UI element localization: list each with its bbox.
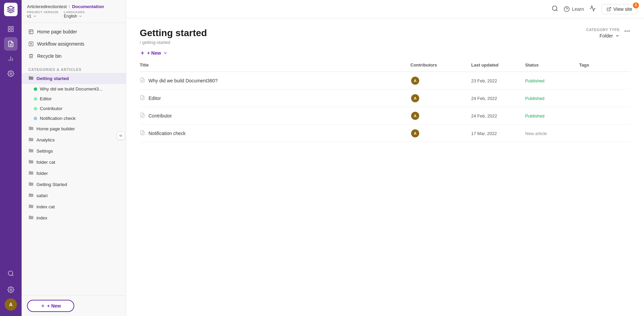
tree-item-index-cat[interactable]: index cat <box>22 201 126 212</box>
page-body: Getting started / getting-started CATEGO… <box>126 18 644 316</box>
settings-gear-icon[interactable] <box>4 283 18 296</box>
tree-item-folder[interactable]: folder <box>22 168 126 179</box>
tree-item-contributor[interactable]: Contributor <box>22 104 126 113</box>
row2-tags <box>576 97 630 100</box>
search-rail-icon[interactable] <box>4 267 18 280</box>
categories-header: CATEGORIES & ARTICLES <box>22 65 126 73</box>
contributor-avatar-2: A <box>410 94 420 103</box>
sidebar-item-recycle-bin[interactable]: Recycle bin <box>22 50 126 62</box>
tree-label-safari: safari <box>36 193 48 198</box>
tree-item-folder-cat[interactable]: folder cat <box>22 157 126 168</box>
sidebar-item-recycle-label: Recycle bin <box>37 53 61 59</box>
articles-icon[interactable] <box>4 37 18 51</box>
article-doc-icon-2 <box>140 95 145 101</box>
doc-name[interactable]: Documentation <box>72 4 104 9</box>
page-more-button[interactable] <box>624 28 630 34</box>
tree-item-home-page-builder-cat[interactable]: Home page builder <box>22 123 126 134</box>
search-button[interactable] <box>552 5 558 13</box>
tree-item-safari[interactable]: safari <box>22 190 126 201</box>
tree-label-home-page-builder: Home page builder <box>36 126 75 131</box>
new-button-bottom[interactable]: + New <box>27 300 74 312</box>
user-avatar[interactable]: A <box>5 298 17 311</box>
tree-label-editor: Editor <box>40 96 52 101</box>
sidebar-collapse-button[interactable] <box>117 132 125 140</box>
row3-title-cell: Contributor <box>140 111 408 120</box>
notification-badge: 5 <box>633 2 639 8</box>
row3-date: 24 Feb, 2022 <box>468 112 522 120</box>
tree-item-index[interactable]: index <box>22 212 126 223</box>
language-selector[interactable]: English <box>64 14 85 19</box>
version-selector[interactable]: v1 <box>27 14 58 19</box>
learn-label: Learn <box>572 6 584 12</box>
row3-title[interactable]: Contributor <box>149 113 172 119</box>
category-type-block: CATEGORY TYPE Folder <box>586 28 620 38</box>
tree-label-notification-check: Notification check <box>40 116 76 121</box>
col-tags: Tags <box>576 61 630 69</box>
svg-rect-0 <box>8 27 10 29</box>
tree-label-index-cat: index cat <box>36 204 55 209</box>
col-title: Title <box>140 61 408 69</box>
tree-label-settings: Settings <box>36 149 53 154</box>
tree-item-analytics[interactable]: Analytics <box>22 134 126 146</box>
row1-title[interactable]: Why did we build Document360? <box>149 78 218 83</box>
row3-status: Published <box>522 112 576 120</box>
category-type-selector[interactable]: Folder <box>599 33 620 38</box>
row1-contributors: A <box>408 75 468 87</box>
row2-contributors: A <box>408 92 468 104</box>
category-type-label: CATEGORY TYPE <box>586 28 620 32</box>
svg-point-22 <box>625 30 626 31</box>
tree-item-getting-started-2[interactable]: Getting Started <box>22 179 126 190</box>
row4-status: New article <box>522 129 576 137</box>
new-action-button[interactable]: + New <box>140 50 168 56</box>
folder-icon-index-cat <box>28 204 34 210</box>
row4-tags <box>576 132 630 135</box>
tree-item-why-build[interactable]: Why did we build Document3... <box>22 84 126 94</box>
col-contributors: Contributors <box>408 61 468 69</box>
row4-title-cell: Notification check <box>140 129 408 138</box>
row2-title[interactable]: Editor <box>149 96 161 101</box>
svg-point-9 <box>10 73 12 75</box>
svg-rect-2 <box>11 30 14 32</box>
status-dot-green <box>34 87 37 91</box>
category-type-value: Folder <box>599 33 613 38</box>
sidebar-item-workflow-assignments[interactable]: Workflow assignments <box>22 38 126 50</box>
tree-item-notification-check[interactable]: Notification check <box>22 113 126 123</box>
tree-item-getting-started[interactable]: Getting started <box>22 73 126 84</box>
tree-item-settings[interactable]: Settings <box>22 146 126 157</box>
svg-point-17 <box>553 6 557 10</box>
row4-title[interactable]: Notification check <box>149 131 186 136</box>
sidebar-item-home-page-builder[interactable]: Home page builder <box>22 26 126 38</box>
contributor-avatar-3: A <box>410 111 420 121</box>
article-doc-icon <box>140 77 145 84</box>
view-site-button[interactable]: View site 5 <box>601 4 637 14</box>
settings-rail-icon[interactable] <box>4 67 18 80</box>
breadcrumb: Articleredirectiontest / Documentation <box>27 4 120 9</box>
app-logo[interactable] <box>4 3 18 16</box>
version-group: PROJECT VERSION v1 <box>27 10 58 19</box>
svg-line-18 <box>556 9 558 11</box>
articles-table: Title Contributors Last updated Status T… <box>126 61 644 316</box>
view-site-label: View site <box>613 6 632 12</box>
col-status: Status <box>522 61 576 69</box>
learn-button[interactable]: Learn <box>564 6 584 12</box>
sidebar-item-home-label: Home page builder <box>37 29 77 34</box>
folder-icon-settings <box>28 148 34 154</box>
svg-line-11 <box>12 275 14 276</box>
tree-label-analytics: Analytics <box>36 137 55 142</box>
analytics-rail-icon[interactable] <box>4 52 18 65</box>
table-row: Notification check A 17 Mar, 2022 <box>140 125 630 142</box>
folder-icon-index <box>28 215 34 221</box>
row2-date: 24 Feb, 2022 <box>468 94 522 102</box>
main-content: Learn View site 5 Getting started / gett… <box>126 0 644 316</box>
sidebar-nav: Home page builder Workflow assignments R… <box>22 23 126 65</box>
dashboard-icon[interactable] <box>4 22 18 36</box>
announcement-button[interactable] <box>589 5 596 13</box>
tree-item-editor[interactable]: Editor <box>22 94 126 104</box>
table-row: Editor A 24 Feb, 2022 <box>140 89 630 107</box>
table-row: Why did we build Document360? A 23 F <box>140 72 630 89</box>
project-name[interactable]: Articleredirectiontest <box>27 4 67 9</box>
status-dot-blue <box>34 117 37 120</box>
table-row: Contributor A 24 Feb, 2022 <box>140 107 630 125</box>
page-title-block: Getting started / getting-started <box>140 28 207 45</box>
row1-status: Published <box>522 77 576 85</box>
